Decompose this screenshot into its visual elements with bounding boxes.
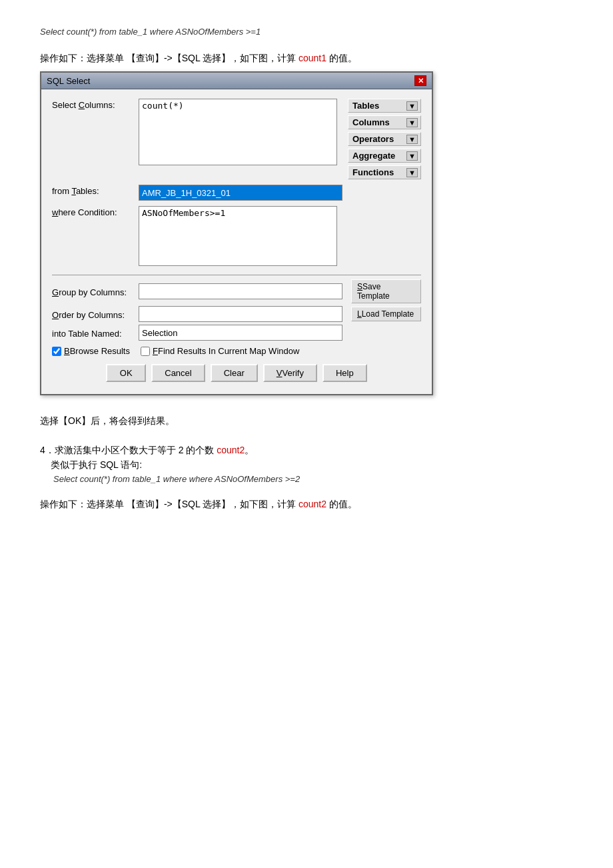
after-dialog-text: 选择【OK】后，将会得到结果。 xyxy=(40,415,573,427)
into-area xyxy=(139,325,342,341)
dialog-body: Select Columns: Tables ▼ Columns ▼ xyxy=(41,89,432,394)
order-label: Order by Columns: xyxy=(52,309,139,320)
functions-button[interactable]: Functions ▼ xyxy=(348,165,421,179)
select-columns-input[interactable] xyxy=(139,99,337,165)
group-label: Group by Columns: xyxy=(52,286,139,297)
dialog-footer: OK Cancel Clear VVerify Help xyxy=(52,364,421,385)
find-results-checkbox[interactable] xyxy=(141,347,150,356)
instruction-line-2: 操作如下：选择菜单 【查询】->【SQL 选择】，如下图，计算 count2 的… xyxy=(40,499,573,511)
side-buttons-panel: Tables ▼ Columns ▼ Operators ▼ Aggregate… xyxy=(348,99,421,179)
verify-button[interactable]: VVerify xyxy=(263,364,317,382)
ok-button[interactable]: OK xyxy=(106,364,146,382)
load-template-button[interactable]: LLoad Template xyxy=(351,307,421,321)
instruction-text-1: 操作如下：选择菜单 【查询】->【SQL 选择】，如下图，计算 count1 的… xyxy=(40,53,357,63)
step4-code: Select count(*) from table_1 where where… xyxy=(53,474,573,484)
tables-button[interactable]: Tables ▼ xyxy=(348,99,421,113)
from-tables-area xyxy=(139,185,342,201)
browse-results-checkbox[interactable] xyxy=(52,347,61,356)
browse-results-label: BBrowse Results xyxy=(64,346,130,356)
find-results-item: FFind Results In Current Map Window xyxy=(141,346,299,356)
browse-results-item: BBrowse Results xyxy=(52,346,130,356)
help-button[interactable]: Help xyxy=(322,364,367,382)
sql-select-dialog: SQL Select ✕ Select Columns: xyxy=(40,71,433,395)
step4-sub1: 类似于执行 SQL 语句: xyxy=(51,459,573,471)
select-columns-area xyxy=(139,99,337,167)
template-buttons: SSave Template xyxy=(348,279,421,303)
dialog-close-button[interactable]: ✕ xyxy=(414,75,426,86)
save-template-button[interactable]: SSave Template xyxy=(351,279,421,303)
count2-ref-1: count2 xyxy=(217,445,245,455)
group-input[interactable] xyxy=(139,283,342,299)
find-results-label: FFind Results In Current Map Window xyxy=(153,346,299,356)
order-input[interactable] xyxy=(139,306,342,322)
dialog-title: SQL Select xyxy=(47,76,90,86)
from-tables-input[interactable] xyxy=(139,185,342,201)
template-buttons-2: LLoad Template xyxy=(348,307,421,321)
from-tables-label: from Tables: xyxy=(52,185,139,196)
group-area xyxy=(139,283,342,299)
code-line-1: Select count(*) from table_1 where ASNoO… xyxy=(40,27,573,37)
select-columns-label: Select Columns: xyxy=(52,99,139,110)
into-input[interactable] xyxy=(139,325,342,341)
clear-button[interactable]: Clear xyxy=(211,364,258,382)
operators-button[interactable]: Operators ▼ xyxy=(348,132,421,146)
aggregate-button[interactable]: Aggregate ▼ xyxy=(348,149,421,163)
cancel-button[interactable]: Cancel xyxy=(151,364,205,382)
from-tables-row: from Tables: xyxy=(52,185,421,201)
order-area xyxy=(139,306,342,322)
count2-ref-2: count2 xyxy=(299,499,326,509)
dialog-titlebar: SQL Select ✕ xyxy=(41,73,432,89)
where-area xyxy=(139,206,337,268)
separator xyxy=(52,275,421,275)
count1-ref: count1 xyxy=(299,53,326,63)
instruction-line-1: 操作如下：选择菜单 【查询】->【SQL 选择】，如下图，计算 count1 的… xyxy=(40,53,573,65)
where-label: where Condition: xyxy=(52,206,139,217)
where-input[interactable] xyxy=(139,206,337,266)
into-label: into Table Named: xyxy=(52,327,139,339)
checkbox-row: BBrowse Results FFind Results In Current… xyxy=(52,346,421,356)
step4-line: 4．求激活集中小区个数大于等于 2 的个数 count2。 xyxy=(40,445,573,457)
columns-button[interactable]: Columns ▼ xyxy=(348,115,421,129)
